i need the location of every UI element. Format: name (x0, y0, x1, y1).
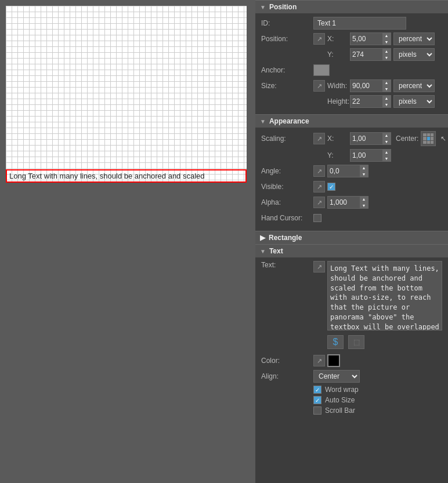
position-x-spinners: ▲ ▼ (382, 32, 391, 45)
text-icon-btn-2[interactable]: ⬚ (348, 335, 364, 349)
angle-controls: ↗ ▲ ▼ (313, 165, 442, 177)
text-share-icon[interactable]: ↗ (313, 261, 325, 273)
position-y-controls: Y: ▲ ▼ pixels percent (313, 48, 442, 61)
position-y-input[interactable] (351, 49, 382, 60)
alpha-share-icon[interactable]: ↗ (313, 197, 325, 208)
center-label: Center: (396, 135, 418, 143)
text-label: Text: (261, 261, 313, 269)
word-wrap-row: ✓ Word wrap (313, 386, 442, 394)
visible-row: Visible: ↗ ✓ (261, 180, 442, 193)
text-icon-btn-1[interactable]: $ (327, 335, 344, 349)
rectangle-section-header[interactable]: ▶ Rectangle (255, 231, 448, 244)
position-x-up[interactable]: ▲ (382, 32, 391, 39)
canvas-text-label: Long Text with many lines, should be anc… (9, 172, 205, 180)
text-textarea[interactable]: Long Text with many lines, should be anc… (327, 261, 442, 331)
visible-share-icon[interactable]: ↗ (313, 181, 325, 193)
scale-x-up[interactable]: ▲ (382, 132, 391, 139)
size-width-controls: ↗ Width: ▲ ▼ percent pixels (313, 79, 442, 92)
angle-share-icon[interactable]: ↗ (313, 165, 325, 177)
position-share-icon[interactable]: ↗ (313, 33, 325, 45)
visible-checkbox[interactable]: ✓ (327, 183, 335, 191)
height-up[interactable]: ▲ (382, 95, 391, 101)
color-row: Color: ↗ (261, 354, 442, 367)
color-share-icon[interactable]: ↗ (313, 355, 325, 366)
align-row: Align: Center Left Right (261, 370, 442, 383)
width-input[interactable] (351, 80, 382, 92)
height-input[interactable] (351, 96, 382, 107)
text-textarea-controls: ↗ Long Text with many lines, should be a… (313, 261, 442, 351)
id-row: ID: (261, 17, 442, 30)
word-wrap-checkbox[interactable]: ✓ (313, 386, 321, 394)
alpha-spinners: ▲ ▼ (360, 196, 368, 209)
position-y-spinners: ▲ ▼ (382, 48, 391, 61)
angle-input[interactable] (328, 165, 360, 177)
alpha-down[interactable]: ▼ (360, 202, 368, 209)
width-label: Width: (327, 82, 348, 90)
color-swatch[interactable] (327, 354, 340, 367)
grid-cell-6 (423, 141, 426, 144)
auto-size-checkbox[interactable]: ✓ (313, 396, 321, 404)
align-label: Align: (261, 372, 313, 380)
position-section-header[interactable]: ▼ Position (255, 0, 448, 13)
hand-cursor-checkbox[interactable] (313, 214, 321, 222)
text-section-header[interactable]: ▼ Text (255, 244, 448, 257)
position-section-label: Position (269, 3, 297, 11)
scale-y-input[interactable] (351, 150, 382, 161)
height-unit[interactable]: pixels percent (393, 95, 435, 108)
scroll-bar-checkbox[interactable] (313, 406, 321, 415)
grid-cell-1 (427, 133, 430, 136)
cursor-icon: ↖ (440, 135, 446, 143)
size-label: Size: (261, 82, 313, 90)
visible-controls: ↗ ✓ (313, 181, 442, 193)
color-label: Color: (261, 357, 313, 365)
scale-y-label: Y: (327, 151, 348, 159)
scale-y-up[interactable]: ▲ (382, 149, 391, 155)
size-share-icon[interactable]: ↗ (313, 80, 325, 92)
scale-y-down[interactable]: ▼ (382, 155, 391, 162)
position-label: Position: (261, 35, 313, 43)
position-y-up[interactable]: ▲ (382, 48, 391, 55)
grid-cell-2 (431, 133, 433, 136)
size-height-row: Height: ▲ ▼ pixels percent (261, 95, 442, 108)
height-input-wrapper: ▲ ▼ (350, 95, 391, 108)
width-input-wrapper: ▲ ▼ (350, 79, 391, 92)
position-x-down[interactable]: ▼ (382, 39, 391, 45)
angle-row: Angle: ↗ ▲ ▼ (261, 165, 442, 177)
position-y-down[interactable]: ▼ (382, 55, 391, 61)
anchor-label: Anchor: (261, 66, 313, 74)
angle-up[interactable]: ▲ (360, 165, 368, 171)
angle-spinners: ▲ ▼ (360, 165, 368, 177)
position-x-input-wrapper: ▲ ▼ (350, 32, 391, 45)
alpha-input[interactable] (328, 197, 360, 208)
position-x-input[interactable] (351, 33, 382, 45)
scale-y-row: Y: ▲ ▼ (261, 149, 442, 162)
scale-y-spinners: ▲ ▼ (382, 149, 391, 162)
anchor-box[interactable] (313, 64, 330, 76)
grid-cell-5 (431, 137, 433, 140)
align-select[interactable]: Center Left Right (313, 370, 360, 383)
angle-down[interactable]: ▼ (360, 171, 368, 177)
scaling-share-icon[interactable]: ↗ (313, 133, 325, 144)
id-input[interactable] (313, 17, 406, 30)
color-controls: ↗ (313, 354, 442, 367)
width-unit[interactable]: percent pixels (393, 79, 435, 92)
auto-size-label: Auto Size (325, 396, 355, 404)
width-up[interactable]: ▲ (382, 79, 391, 86)
visible-label: Visible: (261, 183, 313, 191)
alpha-input-wrapper: ▲ ▼ (327, 196, 368, 209)
alpha-label: Alpha: (261, 198, 313, 206)
height-down[interactable]: ▼ (382, 101, 391, 108)
center-grid-icon[interactable] (421, 131, 436, 146)
grid-cell-0 (423, 133, 426, 136)
scale-x-input[interactable] (351, 133, 382, 144)
width-down[interactable]: ▼ (382, 86, 391, 92)
scroll-bar-row: Scroll Bar (313, 406, 442, 415)
scale-x-label: X: (327, 135, 348, 143)
alpha-up[interactable]: ▲ (360, 196, 368, 202)
appearance-section-header[interactable]: ▼ Appearance (255, 114, 448, 128)
width-spinners: ▲ ▼ (382, 79, 391, 92)
position-x-unit[interactable]: percent pixels (393, 32, 435, 45)
text-section-label: Text (269, 247, 283, 255)
scale-x-down[interactable]: ▼ (382, 139, 391, 145)
position-y-unit[interactable]: pixels percent (393, 48, 435, 61)
